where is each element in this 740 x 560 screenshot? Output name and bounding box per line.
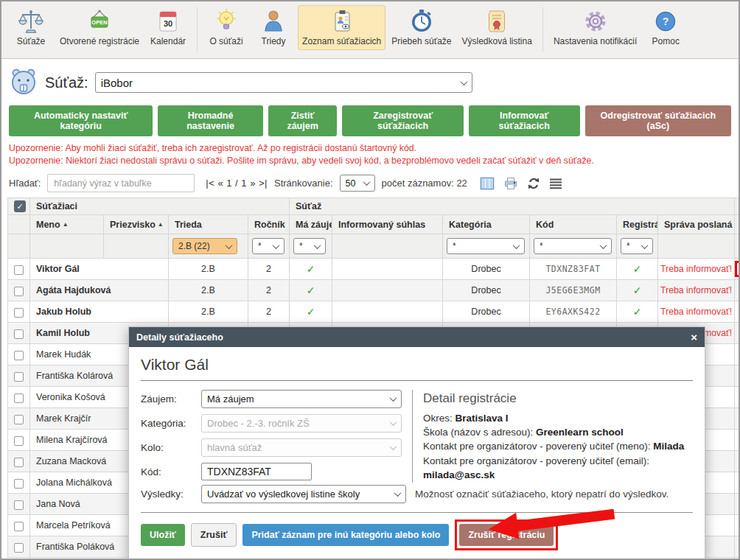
row-checkbox[interactable] (14, 543, 24, 553)
table-row: Agáta Hajduková2.B2✓DrobecJ5EG6E3MGM✓Tre… (8, 280, 740, 301)
toolbar-item-o-sutazi[interactable]: O súťaži (203, 5, 249, 50)
unregister-participants-button[interactable]: Odregistrovať súťažiacich (aSc) (585, 105, 731, 136)
col-header-informovany-suhlas[interactable]: Informovaný súhlas (332, 215, 443, 234)
inform-participants-button[interactable]: Informovať súťažiacich (469, 105, 580, 136)
row-checkbox-cell (8, 365, 30, 387)
bulk-settings-button[interactable]: Hromadné nastavenie (158, 105, 262, 136)
page-size-select[interactable]: 50 (340, 175, 375, 192)
col-header-ma-zaujem[interactable]: Má záujem (290, 215, 332, 234)
ma-zaujem-cell: ✓ (290, 301, 332, 323)
col-header-kod[interactable]: Kód (530, 215, 617, 234)
vysledky-select[interactable]: Uvádzať vo výsledkovej listine školy (201, 485, 406, 503)
master-checkbox[interactable]: ✓ (14, 200, 26, 212)
col-header-priezvisko[interactable]: Priezvisko▲ (104, 215, 169, 234)
auto-category-button[interactable]: Automaticky nastaviť kategóriu (9, 105, 153, 136)
rocnik-filter-select[interactable]: * (252, 238, 285, 254)
row-checkbox[interactable] (14, 458, 24, 467)
table-row: Viktor Gál2.B2✓DrobecTDXNZ83FAT✓Treba in… (8, 259, 740, 280)
ma-zaujem-cell: ✓ (290, 280, 332, 301)
chevron-down-icon (273, 242, 280, 249)
pagination-controls[interactable]: |< « 1 / 1 » >| (206, 178, 268, 189)
col-header-trieda[interactable]: Trieda (169, 215, 248, 234)
toolbar-item-otvorene-registracie[interactable]: OPEN Otvorené registrácie (55, 5, 144, 50)
competition-select-value: iBobor (101, 77, 133, 89)
row-checkbox[interactable] (14, 308, 24, 318)
informovany-suhlas-cell (332, 280, 443, 301)
col-header-sprava-poslana[interactable]: Správa poslaná (658, 215, 735, 234)
detail-cell: Detail (735, 387, 740, 408)
save-button[interactable]: Uložiť (141, 524, 185, 546)
toolbar-item-label: Kalendár (150, 37, 186, 47)
row-checkbox[interactable] (14, 351, 24, 360)
cancel-registration-button[interactable]: Zrušiť registráciu (459, 524, 554, 546)
row-checkbox[interactable] (14, 372, 24, 382)
warning-line: Upozornenie: Aby mohli žiaci súťažiť, tr… (9, 142, 731, 155)
warning-line: Upozornenie: Niektorí žiaci nedostali sp… (9, 155, 731, 167)
warnings: Upozornenie: Aby mohli žiaci súťažiť, tr… (1, 139, 739, 168)
check-interest-button[interactable]: Zistiť záujem (268, 105, 338, 136)
registracia-cell: ✓ (617, 259, 658, 280)
svg-text:30: 30 (164, 19, 172, 28)
kod-input[interactable] (201, 463, 312, 480)
cancel-button[interactable]: Zrušiť (191, 523, 237, 547)
refresh-icon[interactable] (527, 177, 540, 190)
modal-form: Záujem: Má záujem Kategória: Drobec - 2.… (141, 390, 411, 483)
chevron-down-icon (513, 242, 520, 249)
master-checkbox-cell: ✓ (8, 198, 30, 215)
actions-row: Automaticky nastaviť kategóriu Hromadné … (1, 102, 739, 139)
row-checkbox[interactable] (14, 415, 24, 424)
list-icon[interactable] (549, 178, 562, 189)
toolbar-divider (542, 7, 543, 52)
registration-heading: Detail registrácie (423, 390, 693, 407)
toolbar-item-zoznam-sutaziacich[interactable]: Zoznam súťažiacich (298, 5, 385, 50)
row-checkbox[interactable] (14, 329, 24, 339)
toolbar-item-label: O súťaži (209, 37, 242, 47)
trieda-filter-select[interactable]: 2.B (22) (172, 238, 237, 254)
trieda-cell: 2.B (169, 280, 248, 301)
detail-cell: Detail (735, 280, 740, 301)
row-checkbox[interactable] (14, 436, 24, 446)
row-checkbox[interactable] (14, 522, 24, 531)
toolbar-item-vysledkova-listina[interactable]: Výsledková listina (457, 5, 536, 50)
modal-title-bar: Detaily súťažiaceho × (129, 327, 705, 347)
app-window: Súťaže OPEN Otvorené registrácie 30 (0, 0, 740, 560)
toolbar-item-pomoc[interactable]: ? Pomoc (643, 5, 688, 50)
toolbar-item-kalendar[interactable]: 30 Kalendár (145, 5, 191, 50)
close-icon[interactable]: × (691, 332, 697, 343)
kategoria-filter-select[interactable]: * (447, 238, 525, 254)
toolbar-divider (197, 7, 198, 52)
ma-zaujem-filter-select[interactable]: * (293, 238, 326, 254)
toolbar-item-triedy[interactable]: Triedy (251, 5, 296, 50)
col-header-registracia[interactable]: Registrácia (617, 215, 658, 234)
detail-cell: Detail (735, 301, 740, 323)
registracia-filter-select[interactable]: * (621, 238, 653, 254)
view-icons (480, 176, 562, 191)
col-header-kategoria[interactable]: Kategória (443, 215, 530, 234)
zaujem-select[interactable]: Má záujem (201, 390, 402, 408)
print-icon[interactable] (503, 176, 518, 191)
kod-filter-select[interactable]: * (534, 238, 612, 254)
student-name-heading: Viktor Gál (141, 356, 693, 374)
toolbar-item-priebeh-sutaze[interactable]: Priebeh súťaže (387, 5, 455, 50)
competition-select[interactable]: iBobor (95, 72, 472, 93)
row-checkbox[interactable] (14, 393, 24, 403)
row-checkbox-cell (8, 536, 30, 558)
col-header-rocnik[interactable]: Ročník (248, 215, 290, 234)
add-record-button[interactable]: Pridať záznam pre inú kategóriu alebo ko… (242, 524, 449, 546)
toolbar-item-sutaze[interactable]: Súťaže (8, 5, 54, 50)
row-checkbox[interactable] (14, 500, 24, 510)
row-checkbox[interactable] (14, 265, 24, 275)
kod-cell: EY6AXKS422 (530, 301, 617, 323)
search-input[interactable] (47, 174, 195, 192)
row-checkbox[interactable] (14, 479, 24, 489)
person-icon (260, 7, 287, 35)
toolbar-item-nastavenia-notifikacii[interactable]: Nastavenia notifikácií (549, 5, 641, 50)
records-count: počet záznamov: 22 (382, 178, 467, 189)
register-participants-button[interactable]: Zaregistrovať súťažiacich (342, 105, 463, 136)
col-header-meno[interactable]: Meno▲ (30, 215, 104, 234)
vysledky-label: Výsledky: (141, 489, 201, 500)
columns-icon[interactable] (480, 176, 495, 191)
row-checkbox[interactable] (14, 287, 24, 296)
chevron-down-icon (363, 179, 370, 186)
chevron-down-icon (226, 242, 233, 249)
